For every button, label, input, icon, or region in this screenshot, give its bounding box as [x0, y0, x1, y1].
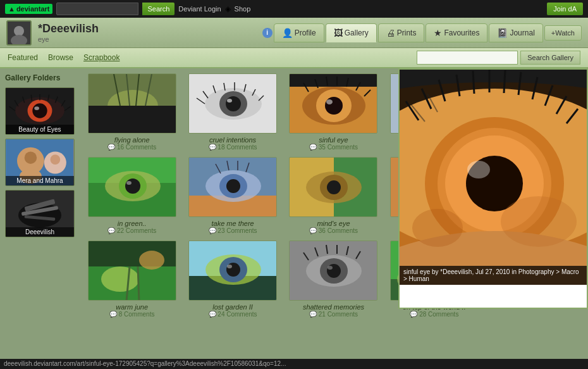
gallery-item-5[interactable]: in green.. 💬 22 Comments: [84, 157, 180, 234]
gallery-thumb-6: [188, 157, 277, 217]
gallery-thumb-5: [88, 157, 176, 217]
popup-caption: sinful eye by *Deeevilish, Jul 27, 2010 …: [400, 266, 587, 285]
popup-image: sinful eye by *Deeevilish, Jul 27, 2010 …: [400, 70, 587, 285]
tab-prints-label: Prints: [397, 28, 417, 37]
gallery-thumb-2: [289, 73, 377, 134]
gallery-item-6[interactable]: take me there 💬 23 Comments: [185, 157, 280, 234]
svg-point-110: [227, 265, 232, 268]
svg-point-88: [327, 180, 341, 194]
tab-profile[interactable]: 👤 Profile: [274, 23, 324, 42]
tab-profile-label: Profile: [295, 28, 316, 37]
gallery-comments-11: 💬 8 Comments: [109, 311, 154, 318]
gallery-comments-13: 💬 21 Comments: [309, 311, 358, 318]
svg-rect-30: [89, 106, 176, 134]
tab-favourites-label: Favourites: [444, 28, 479, 37]
subnav-browse[interactable]: Browse: [48, 51, 73, 65]
top-search-input[interactable]: [56, 3, 138, 15]
gallery-item-13[interactable]: shattered memories 💬 21 Comments: [286, 241, 381, 318]
profile-bar: *Deeevilish eye i 👤 Profile 🖼 Gallery 🖨 …: [0, 18, 588, 48]
comment-icon-0: 💬: [107, 144, 115, 151]
svg-line-142: [473, 71, 474, 94]
gallery-title-7: mind's eye: [317, 220, 350, 227]
journal-icon: 📓: [497, 28, 508, 38]
gallery-title-13: shattered memories: [303, 303, 364, 311]
folder-deeevilish[interactable]: Deeevilish: [5, 190, 74, 237]
gallery-comments-0: 💬 16 Comments: [107, 144, 156, 151]
tab-journal-label: Journal: [510, 28, 534, 37]
comment-icon-2: 💬: [309, 144, 317, 151]
tab-prints[interactable]: 🖨 Prints: [378, 23, 425, 42]
folder-label-eyes: Beauty of Eyes: [6, 125, 74, 134]
gallery-title-5: in green..: [118, 220, 147, 227]
gallery-thumb-0: [88, 73, 176, 134]
gallery-search-input[interactable]: [417, 51, 518, 65]
shop-link[interactable]: Shop: [235, 5, 251, 13]
svg-point-73: [125, 178, 140, 194]
gallery-icon: 🖼: [334, 28, 343, 38]
gallery-comments-7: 💬 36 Comments: [309, 227, 358, 234]
gallery-title-1: cruel intentions: [209, 136, 256, 144]
svg-point-19: [25, 151, 37, 163]
watch-button[interactable]: +Watch: [544, 25, 582, 41]
tab-journal[interactable]: 📓 Journal: [489, 23, 542, 42]
comment-icon-11: 💬: [109, 311, 117, 318]
nav-separator: ◈: [225, 4, 231, 13]
gallery-comments-12: 💬 24 Comments: [209, 311, 257, 318]
gallery-thumb-7: [289, 157, 377, 217]
subnav-featured[interactable]: Featured: [8, 51, 38, 65]
tab-favourites[interactable]: ★ Favourites: [426, 23, 487, 42]
comment-icon-6: 💬: [209, 227, 216, 234]
gallery-item-0[interactable]: flying alone 💬 16 Comments: [84, 73, 180, 151]
subnav-scrapbook[interactable]: Scrapbook: [83, 51, 119, 65]
gallery-item-7[interactable]: mind's eye 💬 36 Comments: [286, 157, 381, 234]
comment-icon-5: 💬: [107, 227, 115, 234]
main-content: Gallery Folders: [0, 68, 588, 369]
svg-point-102: [139, 251, 164, 270]
svg-point-22: [51, 154, 61, 165]
svg-point-115: [328, 266, 333, 270]
comment-icon-14: 💬: [410, 311, 417, 318]
comment-icon-13: 💬: [309, 311, 317, 318]
gallery-thumb-1: [188, 73, 277, 134]
gallery-search-area: Search Gallery: [417, 51, 580, 65]
svg-point-38: [226, 96, 241, 111]
sidebar-title: Gallery Folders: [5, 73, 74, 82]
gallery-comments-5: 💬 22 Comments: [107, 227, 156, 234]
gallery-item-12[interactable]: lost garden II 💬 24 Comments: [185, 241, 280, 318]
logo-icon: ▲: [8, 5, 15, 13]
join-button[interactable]: Join dA: [547, 3, 583, 15]
folder-beauty-of-eyes[interactable]: Beauty of Eyes: [5, 87, 74, 135]
favourites-icon: ★: [434, 28, 442, 38]
gallery-area: flying alone 💬 16 Comments: [79, 68, 588, 369]
gallery-search-button[interactable]: Search Gallery: [520, 51, 580, 65]
gallery-comments-6: 💬 23 Comments: [209, 227, 257, 234]
gallery-item-11[interactable]: warm june 💬 8 Comments: [84, 241, 180, 318]
username: *Deeevilish: [38, 22, 99, 35]
info-icon: i: [262, 28, 273, 38]
status-url: deeevilish.deviantart.com/art/sinful-eye…: [4, 360, 286, 367]
folder-mera-mahra[interactable]: Mera and Mahra: [5, 139, 74, 186]
tab-gallery[interactable]: 🖼 Gallery: [326, 23, 377, 42]
sub-nav: Featured Browse Scrapbook Search Gallery: [0, 48, 588, 68]
gallery-title-6: take me there: [211, 220, 254, 227]
top-nav-bar: ▲ deviantart Search Deviant Login ◈ Shop…: [0, 0, 588, 18]
gallery-title-11: warm june: [116, 303, 148, 311]
logo-text: deviantart: [16, 5, 50, 13]
svg-line-104: [138, 266, 139, 301]
deviant-login-link[interactable]: Deviant Login: [178, 5, 221, 13]
svg-point-51: [325, 97, 343, 115]
svg-point-1: [14, 26, 24, 36]
tab-gallery-label: Gallery: [345, 28, 369, 37]
top-search-button[interactable]: Search: [142, 3, 175, 15]
gallery-comments-2: 💬 35 Comments: [309, 144, 358, 151]
prints-icon: 🖨: [386, 28, 395, 38]
artwork-popup: sinful eye by *Deeevilish, Jul 27, 2010 …: [398, 68, 588, 309]
profile-icon: 👤: [282, 28, 293, 38]
gallery-item-1[interactable]: cruel intentions 💬 18 Comments: [185, 73, 280, 151]
svg-point-153: [412, 209, 463, 247]
gallery-item-2[interactable]: sinful eye 💬 35 Comments: [286, 73, 381, 151]
svg-line-11: [31, 95, 32, 101]
user-subtitle: eye: [38, 35, 99, 43]
comment-icon-7: 💬: [309, 227, 317, 234]
gallery-comments-1: 💬 18 Comments: [209, 144, 257, 151]
